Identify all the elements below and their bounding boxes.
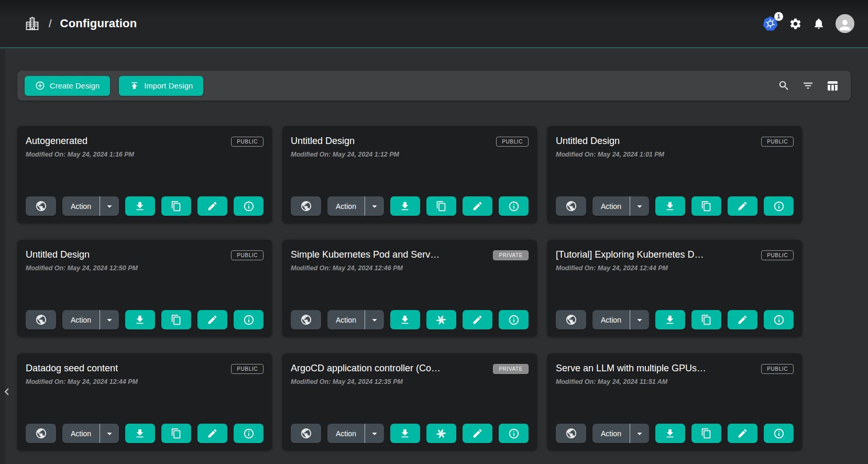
clone-button[interactable] — [691, 196, 721, 216]
drawer-expand-handle[interactable] — [0, 384, 14, 400]
visibility-globe-button[interactable] — [291, 424, 321, 443]
organization-building-icon[interactable] — [24, 16, 40, 32]
clone-button[interactable] — [426, 196, 456, 216]
clone-button[interactable] — [161, 310, 191, 329]
clone-button[interactable] — [426, 424, 456, 443]
info-button[interactable] — [764, 196, 794, 216]
action-dropdown-caret[interactable] — [630, 196, 649, 216]
visibility-globe-button[interactable] — [556, 196, 586, 216]
search-button[interactable] — [776, 80, 792, 92]
clone-button[interactable] — [161, 196, 191, 216]
person-icon — [837, 17, 853, 33]
info-button[interactable] — [764, 424, 794, 443]
visibility-globe-button[interactable] — [26, 196, 56, 216]
filter-button[interactable] — [800, 80, 816, 92]
caret-down-icon — [634, 201, 645, 212]
kubernetes-context-button[interactable]: 1 — [762, 16, 778, 32]
caret-down-icon — [104, 314, 115, 326]
info-button[interactable] — [499, 196, 529, 216]
create-design-button[interactable]: Create Design — [25, 76, 110, 96]
design-title: [Tutorial] Exploring Kubernetes D… — [556, 249, 704, 260]
clone-button[interactable] — [426, 310, 456, 329]
import-design-button[interactable]: Import Design — [119, 76, 203, 96]
edit-button[interactable] — [728, 424, 757, 443]
action-split-button: Action — [62, 196, 119, 216]
search-icon — [778, 80, 790, 92]
clone-button[interactable] — [161, 424, 191, 443]
notifications-button[interactable] — [812, 17, 825, 30]
visibility-globe-button[interactable] — [291, 310, 321, 329]
globe-icon — [300, 200, 312, 212]
caret-down-icon — [634, 314, 645, 326]
content-copy-icon — [171, 428, 182, 439]
action-dropdown-caret[interactable] — [630, 310, 649, 329]
globe-icon — [565, 314, 577, 326]
action-button[interactable]: Action — [592, 196, 630, 216]
visibility-globe-button[interactable] — [291, 196, 321, 216]
edit-button[interactable] — [197, 424, 227, 443]
download-button[interactable] — [390, 424, 420, 443]
content-copy-icon — [701, 428, 712, 439]
pencil-icon — [472, 201, 483, 212]
create-design-label: Create Design — [50, 82, 100, 90]
download-button[interactable] — [390, 196, 420, 216]
action-button[interactable]: Action — [592, 310, 630, 329]
modified-date: Modified On: May 24, 2024 1:16 PM — [26, 151, 263, 158]
download-button[interactable] — [655, 424, 685, 443]
action-dropdown-caret[interactable] — [365, 424, 384, 443]
action-dropdown-caret[interactable] — [100, 310, 119, 329]
edit-button[interactable] — [728, 196, 757, 216]
download-button[interactable] — [125, 424, 155, 443]
download-button[interactable] — [125, 310, 155, 329]
action-button[interactable]: Action — [592, 424, 630, 443]
clone-button[interactable] — [691, 310, 721, 329]
caret-down-icon — [634, 428, 645, 439]
edit-button[interactable] — [197, 196, 227, 216]
edit-button[interactable] — [463, 424, 492, 443]
action-button[interactable]: Action — [62, 196, 100, 216]
table-view-button[interactable] — [825, 80, 840, 92]
user-avatar[interactable] — [836, 14, 854, 33]
visibility-badge: PRIVATE — [493, 250, 529, 260]
download-button[interactable] — [125, 196, 155, 216]
edit-button[interactable] — [197, 310, 227, 329]
action-dropdown-caret[interactable] — [100, 196, 119, 216]
info-button[interactable] — [234, 424, 263, 443]
edit-button[interactable] — [463, 310, 492, 329]
action-button[interactable]: Action — [62, 424, 100, 443]
action-button[interactable]: Action — [327, 424, 365, 443]
info-button[interactable] — [234, 310, 263, 329]
modified-date: Modified On: May 24, 2024 12:44 PM — [26, 378, 263, 385]
action-button[interactable]: Action — [327, 196, 365, 216]
download-button[interactable] — [390, 310, 420, 329]
caret-down-icon — [369, 314, 380, 326]
download-icon — [399, 314, 411, 326]
visibility-globe-button[interactable] — [26, 310, 56, 329]
design-card: [Tutorial] Exploring Kubernetes D… PUBLI… — [547, 240, 802, 337]
design-title: Untitled Design — [556, 136, 620, 147]
info-button[interactable] — [499, 310, 529, 329]
kubernetes-context-count-badge: 1 — [774, 12, 783, 21]
action-dropdown-caret[interactable] — [630, 424, 649, 443]
visibility-globe-button[interactable] — [556, 424, 586, 443]
visibility-globe-button[interactable] — [556, 310, 586, 329]
action-button[interactable]: Action — [62, 310, 100, 329]
info-button[interactable] — [764, 310, 794, 329]
navbar-actions: 1 — [762, 14, 854, 33]
action-dropdown-caret[interactable] — [365, 310, 384, 329]
info-button[interactable] — [234, 196, 263, 216]
import-design-label: Import Design — [144, 82, 193, 90]
visibility-globe-button[interactable] — [26, 424, 56, 443]
edit-button[interactable] — [463, 196, 492, 216]
design-grid: Autogenerated PUBLIC Modified On: May 24… — [17, 126, 868, 450]
settings-button[interactable] — [789, 17, 802, 30]
download-button[interactable] — [655, 196, 685, 216]
clone-button[interactable] — [691, 424, 721, 443]
download-button[interactable] — [655, 310, 685, 329]
action-dropdown-caret[interactable] — [100, 424, 119, 443]
modified-date: Modified On: May 24, 2024 12:35 PM — [291, 378, 529, 385]
action-button[interactable]: Action — [327, 310, 365, 329]
edit-button[interactable] — [728, 310, 757, 329]
action-dropdown-caret[interactable] — [365, 196, 384, 216]
info-button[interactable] — [499, 424, 529, 443]
